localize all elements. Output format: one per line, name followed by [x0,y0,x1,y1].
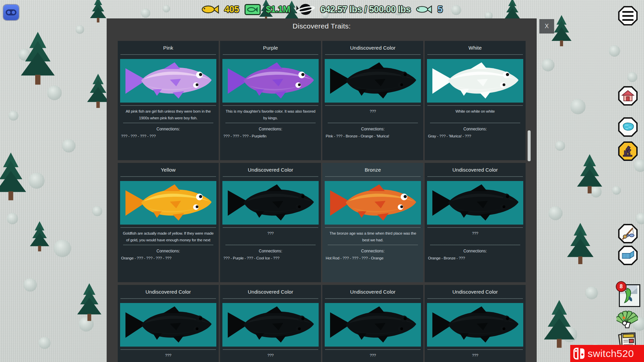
menu-icon [622,11,634,21]
snowball [542,59,554,71]
trait-description: ??? [425,352,526,362]
trait-title: Undiscovered Color [425,285,526,298]
fish-image [427,181,523,225]
connections-list: Pink - ??? - Bronze - Orange - 'Murica! [322,134,423,138]
home-button[interactable] [618,86,638,106]
trait-title: White [425,41,526,54]
pine-tree [0,153,29,201]
trait-description: White on white on white [425,108,526,123]
trait-title: Yellow [118,163,219,176]
snowball [570,99,586,114]
trait-title: Undiscovered Color [118,285,219,298]
connections-label: Connections: [220,249,321,253]
trait-card[interactable]: Bronze The bronze age was a time when th… [322,163,423,282]
trait-card[interactable]: Undiscovered Color ???Connections:Orange… [425,163,526,282]
trait-title: Undiscovered Color [425,163,526,176]
snowball [75,25,84,34]
scrollbar-thumb[interactable] [528,130,531,161]
scrollbar[interactable] [528,18,531,362]
snowball [29,173,45,189]
resource-hud: 405 $1.1M 642.57 lbs / 500.00 lbs 5 [202,2,442,17]
pine-tree [542,300,577,348]
watermark-banner: switch520 [570,345,644,362]
pine-tree [29,221,51,252]
trait-card[interactable]: Undiscovered Color ???Connections: [425,285,526,362]
weight-counter: 642.57 lbs / 500.00 lbs [320,4,411,15]
trait-card[interactable]: Purple This is my daughter's favorite co… [220,41,321,160]
trait-description: Goldfish are actually made of yellow. If… [118,230,219,245]
app-icon[interactable] [3,5,19,20]
menu-button[interactable] [618,6,638,25]
microscope-button[interactable] [618,141,638,161]
discovered-traits-panel: Discovered Traits: Pink All pink fish ar… [107,18,537,362]
connections-list: Orange - ??? - ??? - ??? - ??? [118,256,219,260]
switch-logo-icon [573,347,586,360]
trait-card[interactable]: Undiscovered Color ???Connections: [220,285,321,362]
snowball [612,186,621,195]
snowball [8,111,18,121]
trait-card[interactable]: Undiscovered Color ???Connections: [118,285,219,362]
snowball [54,240,71,257]
fish-image [222,59,319,103]
money-amount: $1.1M [266,4,290,15]
trait-card[interactable]: Yellow Goldfish are actually made of yel… [118,163,219,282]
fish-card-button[interactable]: 8 [619,284,640,307]
trait-title: Purple [220,41,321,54]
notification-badge: 8 [616,281,627,292]
trait-description: ??? [118,352,219,362]
pine-tree [575,154,604,194]
goldfish-icon [202,4,219,14]
snowball [609,45,620,57]
trait-description: ??? [220,230,321,245]
connections-list: Gray - ??? - 'Murica! - ??? [425,134,526,138]
card-fan-button[interactable] [616,308,638,330]
trait-card[interactable]: Undiscovered Color ???Connections: [322,285,423,362]
connections-label: Connections: [220,127,321,131]
fish-image [325,181,421,225]
trait-card[interactable]: Undiscovered Color ???Connections:??? - … [220,163,321,282]
fence-button[interactable] [618,246,638,265]
fish-image [427,59,523,103]
bait-fish-icon [416,5,432,14]
snowball [451,5,461,15]
trait-description: The bronze age was a time when third pla… [322,230,423,245]
trait-description: ??? [425,230,526,245]
lake-map-button[interactable] [618,117,638,137]
fish-image [120,59,216,103]
ringed-fish-icon [296,2,315,16]
goggles-icon [6,9,16,15]
close-button[interactable]: X [539,19,554,34]
fishing-rod-button[interactable] [618,224,638,243]
snowball [634,159,644,172]
card-fan-icon [616,308,638,330]
trait-card[interactable]: White White on white on whiteConnections… [425,41,526,160]
trait-card[interactable]: Pink All pink fish are girl fish unless … [118,41,219,160]
pine-tree [89,0,107,23]
snowball [548,206,562,220]
panel-title: Discovered Traits: [107,22,537,30]
fish-image [222,181,319,225]
money-card-icon [245,4,261,15]
trait-description: This is my daughter's favorite color. It… [220,108,321,123]
trait-card[interactable]: Undiscovered Color ???Connections:Pink -… [322,41,423,160]
trait-title: Undiscovered Color [220,285,321,298]
bait-count: 5 [437,4,442,15]
home-icon [621,89,635,103]
connections-label: Connections: [118,127,219,131]
snowball [92,206,102,216]
fish-image [325,303,421,347]
connections-list: ??? - ??? - ??? - Purplefin [220,134,321,138]
connections-label: Connections: [322,127,423,131]
microscope-icon [621,144,635,158]
trait-description: All pink fish are girl fish unless they … [118,108,219,123]
snowball [585,287,598,299]
trait-title: Undiscovered Color [220,163,321,176]
snowball [39,337,51,349]
connections-label: Connections: [118,249,219,253]
connections-label: Connections: [425,249,526,253]
snowball [47,85,62,100]
trait-title: Bronze [322,163,423,176]
fish-image [427,303,523,347]
snowball [141,8,150,18]
connections-list: ??? - ??? - ??? - ??? [118,134,219,138]
